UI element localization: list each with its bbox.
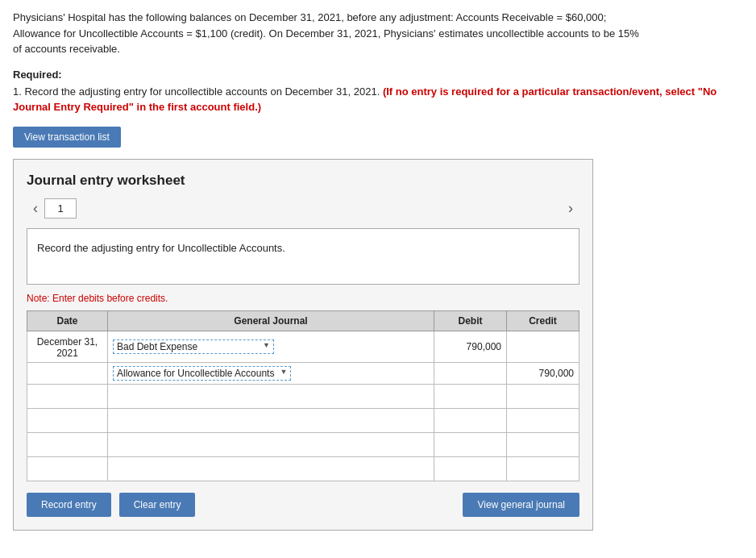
credit-cell[interactable] — [507, 432, 579, 456]
date-cell — [27, 456, 108, 481]
date-cell — [27, 384, 108, 408]
debit-cell[interactable] — [434, 362, 507, 384]
problem-text: Physicians' Hospital has the following b… — [13, 10, 743, 57]
col-header-date: Date — [27, 310, 108, 331]
instruction-start: 1. Record the adjusting entry for uncoll… — [13, 85, 383, 98]
problem-line1: Physicians' Hospital has the following b… — [13, 11, 606, 23]
credit-cell[interactable] — [507, 331, 579, 362]
col-header-credit: Credit — [507, 310, 579, 331]
table-row — [27, 456, 579, 481]
view-general-journal-button[interactable]: View general journal — [463, 493, 579, 517]
view-transaction-button[interactable]: View transaction list — [13, 127, 121, 148]
page-number: 1 — [44, 198, 77, 219]
table-row — [27, 432, 579, 456]
clear-entry-button[interactable]: Clear entry — [119, 493, 196, 517]
date-cell: December 31,2021 — [27, 331, 108, 362]
account-cell — [108, 456, 434, 481]
table-row: Allowance for Uncollectible Accounts790,… — [27, 362, 579, 384]
nav-row: ‹ 1 › — [27, 198, 579, 219]
table-row: December 31,2021Bad Debt Expense790,000 — [27, 331, 579, 362]
instruction-text: 1. Record the adjusting entry for uncoll… — [13, 84, 743, 115]
date-cell — [27, 432, 108, 456]
required-section: Required: 1. Record the adjusting entry … — [13, 69, 743, 115]
required-label: Required: — [13, 69, 743, 81]
debit-cell[interactable] — [434, 384, 507, 408]
record-entry-button[interactable]: Record entry — [27, 493, 111, 517]
credit-cell[interactable] — [507, 456, 579, 481]
debit-cell[interactable] — [434, 408, 507, 432]
worksheet-title: Journal entry worksheet — [27, 173, 579, 189]
account-dropdown-empty[interactable] — [113, 436, 274, 451]
date-cell — [27, 408, 108, 432]
entry-description: Record the adjusting entry for Uncollect… — [27, 228, 579, 285]
account-cell[interactable]: Bad Debt Expense — [108, 331, 434, 362]
table-row — [27, 408, 579, 432]
account-cell — [108, 384, 434, 408]
credit-cell[interactable]: 790,000 — [507, 362, 579, 384]
nav-next-button[interactable]: › — [562, 198, 579, 219]
date-cell — [27, 362, 108, 384]
action-buttons: Record entry Clear entry View general jo… — [27, 493, 579, 517]
problem-line2: Allowance for Uncollectible Accounts = $… — [13, 27, 639, 40]
account-dropdown-empty[interactable] — [113, 388, 274, 402]
worksheet-container: Journal entry worksheet ‹ 1 › Record the… — [13, 159, 593, 531]
account-dropdown-empty[interactable] — [113, 412, 274, 427]
journal-table: Date General Journal Debit Credit Decemb… — [27, 310, 579, 481]
account-dropdown-empty[interactable] — [113, 460, 274, 475]
account-dropdown[interactable]: Allowance for Uncollectible Accounts — [113, 366, 291, 381]
debit-cell[interactable]: 790,000 — [434, 331, 507, 362]
table-row — [27, 384, 579, 408]
account-cell — [108, 408, 434, 432]
debit-cell[interactable] — [434, 456, 507, 481]
problem-line3: of accounts receivable. — [13, 43, 120, 55]
debit-credit-note: Note: Enter debits before credits. — [27, 293, 579, 304]
credit-cell[interactable] — [507, 384, 579, 408]
credit-cell[interactable] — [507, 408, 579, 432]
nav-prev-button[interactable]: ‹ — [27, 198, 44, 219]
col-header-journal: General Journal — [108, 310, 434, 331]
account-cell — [108, 432, 434, 456]
account-cell[interactable]: Allowance for Uncollectible Accounts — [108, 362, 434, 384]
debit-cell[interactable] — [434, 432, 507, 456]
account-dropdown[interactable]: Bad Debt Expense — [113, 339, 274, 354]
col-header-debit: Debit — [434, 310, 507, 331]
